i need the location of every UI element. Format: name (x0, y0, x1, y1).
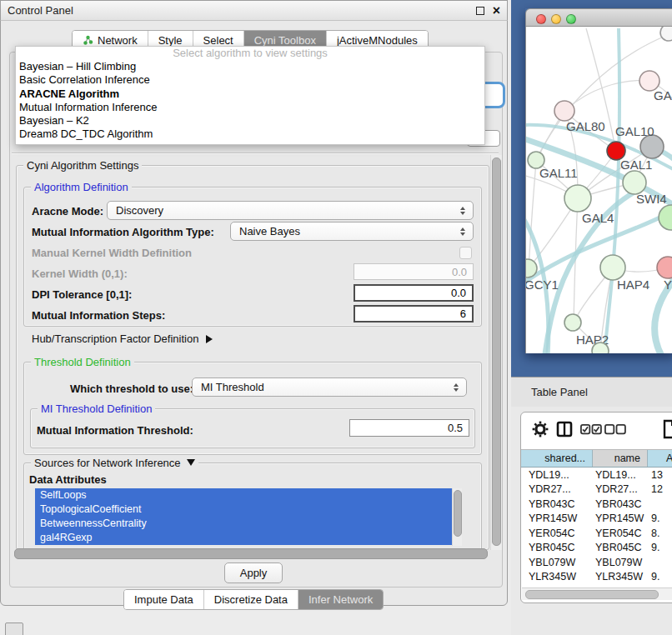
network-node-y[interactable] (657, 257, 672, 278)
column-header-name[interactable]: name (593, 450, 648, 467)
network-canvas[interactable]: GALGAL80GAL10GAL1GAL11GAL4SWI4GCY1HAP4YH… (525, 27, 672, 353)
table-row[interactable]: YPR145WYPR145W9. (521, 512, 672, 527)
table-row[interactable]: YLR345WYLR345W9. (521, 570, 672, 585)
table-row[interactable]: YDL19...YDL19...13 (521, 468, 672, 482)
threshold-definition-title: Threshold Definition (31, 356, 134, 368)
attribute-item[interactable]: BetweennessCentrality (35, 517, 462, 531)
dpi-tolerance-input[interactable]: 0.0 (354, 284, 474, 302)
network-node-label: GCY1 (526, 278, 559, 292)
tab-network-label: Network (98, 34, 138, 47)
manual-kernel-width-label: Manual Kernel Width Definition (32, 247, 192, 259)
hub-definition-toggle[interactable]: Hub/Transcription Factor Definition (32, 332, 213, 345)
scrollbar-thumb[interactable] (492, 158, 501, 546)
collapsed-panel-button[interactable] (5, 622, 23, 635)
data-attributes-label: Data Attributes (29, 473, 107, 486)
table-row[interactable]: YBL079WYBL079W (521, 555, 672, 570)
mi-algorithm-type-label: Mutual Information Algorithm Type: (32, 226, 214, 238)
attribute-item[interactable]: SelfLoops (35, 488, 462, 502)
algorithm-option[interactable]: Bayesian – K2 (16, 114, 484, 128)
dpi-tolerance-value: 0.0 (451, 287, 466, 299)
which-threshold-label: Which threshold to use: (70, 382, 193, 395)
tab-infer-network[interactable]: Infer Network (298, 590, 383, 609)
network-node-swi4[interactable] (659, 205, 672, 230)
column-header-partial[interactable]: A (648, 450, 672, 467)
kernel-width-value: 0.0 (452, 266, 467, 278)
algorithm-option[interactable]: Basic Correlation Inference (16, 73, 484, 87)
column-header-shared-name[interactable]: shared... (521, 450, 593, 467)
network-node[interactable] (592, 342, 609, 353)
table-row[interactable]: YER054CYER054C8. (521, 526, 672, 541)
algorithm-option[interactable]: Bayesian – Hill Climbing (16, 60, 484, 73)
float-window-icon[interactable] (476, 7, 484, 15)
aracne-mode-label: Aracne Mode: (32, 205, 103, 218)
collapse-arrow-icon[interactable] (187, 459, 195, 466)
stepper-arrows-icon (460, 228, 465, 236)
mi-algorithm-type-select[interactable]: Naive Bayes (230, 222, 474, 241)
attribute-item[interactable]: gal4RGexp (35, 531, 462, 545)
network-svg[interactable]: GALGAL80GAL10GAL1GAL11GAL4SWI4GCY1HAP4YH… (526, 27, 672, 353)
algorithm-option[interactable]: Dream8 DC_TDC Algorithm (16, 128, 484, 141)
algorithm-option-selected[interactable]: ARACNE Algorithm (16, 88, 484, 101)
mi-threshold-value: 0.5 (448, 422, 463, 434)
settings-vertical-scrollbar[interactable] (490, 155, 502, 550)
expand-arrow-icon[interactable] (206, 335, 213, 343)
kernel-width-input[interactable]: 0.0 (354, 263, 474, 280)
network-node-gal1[interactable] (623, 171, 646, 194)
attribute-list-scrollbar[interactable] (452, 488, 462, 546)
kernel-width-label: Kernel Width (0,1): (32, 268, 128, 280)
aracne-mode-select[interactable]: Discovery (107, 201, 474, 220)
divider-line (12, 152, 499, 154)
mi-steps-input[interactable]: 6 (354, 305, 474, 322)
table-header-row: shared... name A (521, 449, 672, 468)
sources-title[interactable]: Sources for Network Inference (31, 457, 198, 469)
network-node-gal4[interactable] (564, 185, 591, 212)
network-node[interactable] (660, 27, 672, 41)
network-node-label: GAL (654, 88, 672, 102)
scrollbar-thumb[interactable] (454, 490, 462, 537)
table-horizontal-scrollbar[interactable] (522, 588, 672, 600)
dpi-tolerance-label: DPI Tolerance [0,1]: (32, 288, 132, 301)
gear-icon[interactable] (532, 421, 549, 438)
close-traffic-light-icon[interactable] (536, 14, 546, 24)
network-window-titlebar[interactable] (525, 8, 672, 27)
table-row[interactable]: YBR043CYBR043C (521, 497, 672, 512)
new-column-icon[interactable] (662, 419, 672, 439)
network-node-gal10[interactable] (640, 135, 664, 158)
split-view-icon[interactable] (556, 421, 573, 438)
table-panel-titlebar[interactable]: Table Panel (511, 377, 672, 407)
mi-threshold-input[interactable]: 0.5 (349, 419, 469, 437)
tab-impute-data[interactable]: Impute Data (124, 590, 204, 609)
network-edge (564, 81, 649, 111)
network-icon (83, 35, 93, 46)
control-panel-titlebar[interactable]: Control Panel × (0, 0, 508, 21)
tab-infer-network-label: Infer Network (308, 593, 373, 606)
tab-discretize-data[interactable]: Discretize Data (204, 590, 298, 609)
minimize-traffic-light-icon[interactable] (551, 14, 561, 24)
table-panel-title: Table Panel (531, 386, 588, 398)
network-node-hap2[interactable] (564, 314, 581, 331)
attribute-item[interactable]: TopologicalCoefficient (35, 502, 462, 517)
which-threshold-value: MI Threshold (201, 381, 264, 393)
screen: Control Panel × Network Style Select Cyn… (0, 0, 672, 635)
stepper-arrows-icon (454, 383, 459, 392)
close-icon[interactable]: × (493, 2, 500, 19)
select-all-checkboxes-icon[interactable] (580, 424, 602, 435)
zoom-traffic-light-icon[interactable] (566, 14, 576, 24)
network-node-hap4[interactable] (600, 255, 625, 280)
algorithm-definition-title: Algorithm Definition (31, 181, 132, 193)
aracne-mode-value: Discovery (116, 204, 163, 217)
table-row[interactable]: YBR045CYBR045C9. (521, 541, 672, 556)
mi-threshold-definition-title: MI Threshold Definition (38, 402, 155, 415)
scrollbar-thumb[interactable] (525, 590, 659, 599)
network-node-gal80[interactable] (554, 101, 574, 121)
algorithm-option[interactable]: Mutual Information Inference (16, 101, 484, 114)
mi-threshold-label: Mutual Information Threshold: (37, 424, 193, 437)
which-threshold-select[interactable]: MI Threshold (192, 378, 467, 397)
apply-button[interactable]: Apply (224, 562, 283, 583)
table-row[interactable]: YDR27...YDR27...12 (521, 482, 672, 498)
manual-kernel-width-checkbox[interactable] (459, 247, 472, 259)
network-node-label: GAL80 (566, 119, 605, 133)
settings-horizontal-scrollbar[interactable] (14, 548, 488, 559)
mi-steps-label: Mutual Information Steps: (32, 309, 165, 322)
deselect-all-checkboxes-icon[interactable] (604, 424, 626, 435)
